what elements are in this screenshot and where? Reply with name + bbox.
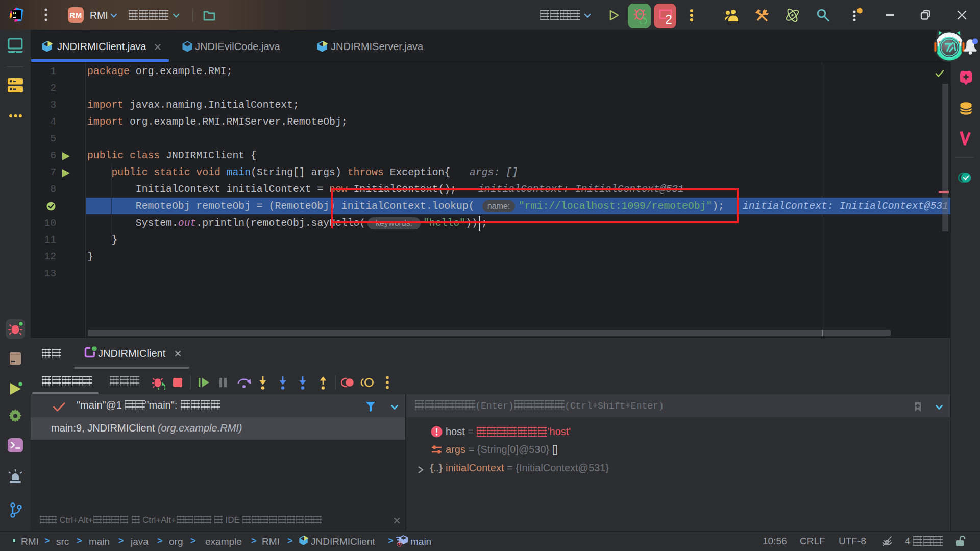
- svg-text:IJ: IJ: [13, 11, 16, 15]
